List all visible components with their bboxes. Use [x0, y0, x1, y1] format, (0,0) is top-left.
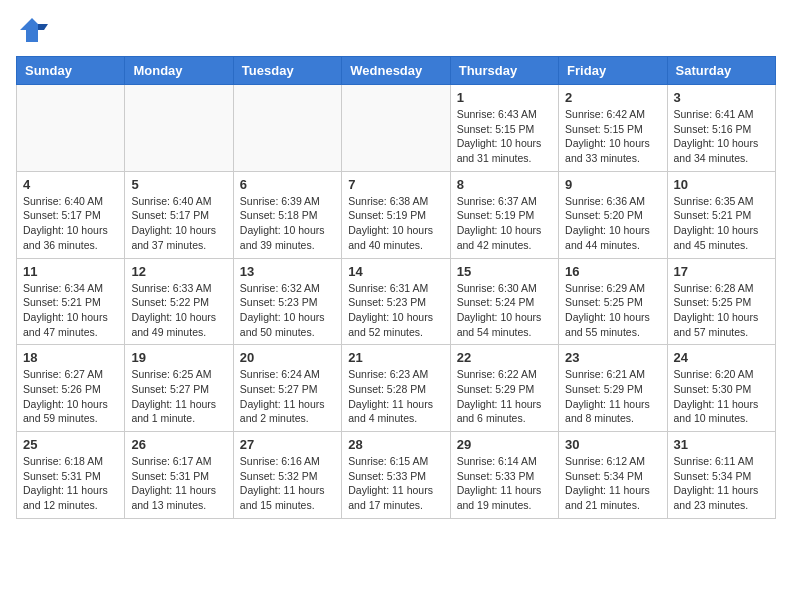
day-number: 23 [565, 350, 660, 365]
day-info: Sunrise: 6:34 AM Sunset: 5:21 PM Dayligh… [23, 281, 118, 340]
day-number: 30 [565, 437, 660, 452]
calendar-cell: 7Sunrise: 6:38 AM Sunset: 5:19 PM Daylig… [342, 171, 450, 258]
col-header-saturday: Saturday [667, 57, 775, 85]
day-number: 21 [348, 350, 443, 365]
day-number: 24 [674, 350, 769, 365]
calendar-cell [342, 85, 450, 172]
day-number: 11 [23, 264, 118, 279]
calendar-cell: 26Sunrise: 6:17 AM Sunset: 5:31 PM Dayli… [125, 432, 233, 519]
day-info: Sunrise: 6:43 AM Sunset: 5:15 PM Dayligh… [457, 107, 552, 166]
day-info: Sunrise: 6:18 AM Sunset: 5:31 PM Dayligh… [23, 454, 118, 513]
calendar-cell [233, 85, 341, 172]
day-number: 31 [674, 437, 769, 452]
day-number: 20 [240, 350, 335, 365]
calendar-cell: 2Sunrise: 6:42 AM Sunset: 5:15 PM Daylig… [559, 85, 667, 172]
calendar-cell: 8Sunrise: 6:37 AM Sunset: 5:19 PM Daylig… [450, 171, 558, 258]
calendar-cell: 18Sunrise: 6:27 AM Sunset: 5:26 PM Dayli… [17, 345, 125, 432]
col-header-wednesday: Wednesday [342, 57, 450, 85]
day-number: 25 [23, 437, 118, 452]
calendar-cell: 19Sunrise: 6:25 AM Sunset: 5:27 PM Dayli… [125, 345, 233, 432]
day-info: Sunrise: 6:42 AM Sunset: 5:15 PM Dayligh… [565, 107, 660, 166]
day-number: 13 [240, 264, 335, 279]
svg-marker-1 [38, 24, 48, 30]
day-number: 7 [348, 177, 443, 192]
day-info: Sunrise: 6:39 AM Sunset: 5:18 PM Dayligh… [240, 194, 335, 253]
day-number: 26 [131, 437, 226, 452]
day-number: 14 [348, 264, 443, 279]
calendar-cell: 24Sunrise: 6:20 AM Sunset: 5:30 PM Dayli… [667, 345, 775, 432]
day-info: Sunrise: 6:15 AM Sunset: 5:33 PM Dayligh… [348, 454, 443, 513]
calendar-week-row: 1Sunrise: 6:43 AM Sunset: 5:15 PM Daylig… [17, 85, 776, 172]
day-info: Sunrise: 6:35 AM Sunset: 5:21 PM Dayligh… [674, 194, 769, 253]
day-info: Sunrise: 6:21 AM Sunset: 5:29 PM Dayligh… [565, 367, 660, 426]
day-number: 16 [565, 264, 660, 279]
day-info: Sunrise: 6:31 AM Sunset: 5:23 PM Dayligh… [348, 281, 443, 340]
calendar-cell: 28Sunrise: 6:15 AM Sunset: 5:33 PM Dayli… [342, 432, 450, 519]
calendar-table: SundayMondayTuesdayWednesdayThursdayFrid… [16, 56, 776, 519]
calendar-cell: 1Sunrise: 6:43 AM Sunset: 5:15 PM Daylig… [450, 85, 558, 172]
day-info: Sunrise: 6:41 AM Sunset: 5:16 PM Dayligh… [674, 107, 769, 166]
calendar-week-row: 11Sunrise: 6:34 AM Sunset: 5:21 PM Dayli… [17, 258, 776, 345]
calendar-cell: 10Sunrise: 6:35 AM Sunset: 5:21 PM Dayli… [667, 171, 775, 258]
calendar-cell: 29Sunrise: 6:14 AM Sunset: 5:33 PM Dayli… [450, 432, 558, 519]
day-info: Sunrise: 6:12 AM Sunset: 5:34 PM Dayligh… [565, 454, 660, 513]
calendar-cell: 13Sunrise: 6:32 AM Sunset: 5:23 PM Dayli… [233, 258, 341, 345]
col-header-sunday: Sunday [17, 57, 125, 85]
day-number: 5 [131, 177, 226, 192]
calendar-cell: 16Sunrise: 6:29 AM Sunset: 5:25 PM Dayli… [559, 258, 667, 345]
day-info: Sunrise: 6:37 AM Sunset: 5:19 PM Dayligh… [457, 194, 552, 253]
day-info: Sunrise: 6:17 AM Sunset: 5:31 PM Dayligh… [131, 454, 226, 513]
calendar-cell: 4Sunrise: 6:40 AM Sunset: 5:17 PM Daylig… [17, 171, 125, 258]
day-number: 15 [457, 264, 552, 279]
calendar-cell: 9Sunrise: 6:36 AM Sunset: 5:20 PM Daylig… [559, 171, 667, 258]
day-number: 3 [674, 90, 769, 105]
calendar-cell: 15Sunrise: 6:30 AM Sunset: 5:24 PM Dayli… [450, 258, 558, 345]
calendar-cell [125, 85, 233, 172]
calendar-cell: 25Sunrise: 6:18 AM Sunset: 5:31 PM Dayli… [17, 432, 125, 519]
day-number: 6 [240, 177, 335, 192]
day-number: 2 [565, 90, 660, 105]
calendar-cell: 30Sunrise: 6:12 AM Sunset: 5:34 PM Dayli… [559, 432, 667, 519]
col-header-thursday: Thursday [450, 57, 558, 85]
calendar-cell: 23Sunrise: 6:21 AM Sunset: 5:29 PM Dayli… [559, 345, 667, 432]
calendar-week-row: 4Sunrise: 6:40 AM Sunset: 5:17 PM Daylig… [17, 171, 776, 258]
logo-icon [16, 16, 48, 44]
calendar-cell: 17Sunrise: 6:28 AM Sunset: 5:25 PM Dayli… [667, 258, 775, 345]
day-number: 17 [674, 264, 769, 279]
calendar-cell: 6Sunrise: 6:39 AM Sunset: 5:18 PM Daylig… [233, 171, 341, 258]
calendar-cell: 22Sunrise: 6:22 AM Sunset: 5:29 PM Dayli… [450, 345, 558, 432]
day-info: Sunrise: 6:33 AM Sunset: 5:22 PM Dayligh… [131, 281, 226, 340]
day-info: Sunrise: 6:40 AM Sunset: 5:17 PM Dayligh… [131, 194, 226, 253]
calendar-cell: 21Sunrise: 6:23 AM Sunset: 5:28 PM Dayli… [342, 345, 450, 432]
day-info: Sunrise: 6:40 AM Sunset: 5:17 PM Dayligh… [23, 194, 118, 253]
day-number: 19 [131, 350, 226, 365]
col-header-monday: Monday [125, 57, 233, 85]
day-info: Sunrise: 6:36 AM Sunset: 5:20 PM Dayligh… [565, 194, 660, 253]
day-number: 8 [457, 177, 552, 192]
col-header-friday: Friday [559, 57, 667, 85]
calendar-header-row: SundayMondayTuesdayWednesdayThursdayFrid… [17, 57, 776, 85]
day-number: 22 [457, 350, 552, 365]
calendar-cell [17, 85, 125, 172]
calendar-cell: 12Sunrise: 6:33 AM Sunset: 5:22 PM Dayli… [125, 258, 233, 345]
day-info: Sunrise: 6:24 AM Sunset: 5:27 PM Dayligh… [240, 367, 335, 426]
day-info: Sunrise: 6:20 AM Sunset: 5:30 PM Dayligh… [674, 367, 769, 426]
page-header [16, 16, 776, 44]
calendar-week-row: 18Sunrise: 6:27 AM Sunset: 5:26 PM Dayli… [17, 345, 776, 432]
logo [16, 16, 52, 44]
day-info: Sunrise: 6:29 AM Sunset: 5:25 PM Dayligh… [565, 281, 660, 340]
day-info: Sunrise: 6:30 AM Sunset: 5:24 PM Dayligh… [457, 281, 552, 340]
day-info: Sunrise: 6:23 AM Sunset: 5:28 PM Dayligh… [348, 367, 443, 426]
day-number: 28 [348, 437, 443, 452]
day-info: Sunrise: 6:38 AM Sunset: 5:19 PM Dayligh… [348, 194, 443, 253]
day-number: 12 [131, 264, 226, 279]
calendar-week-row: 25Sunrise: 6:18 AM Sunset: 5:31 PM Dayli… [17, 432, 776, 519]
calendar-cell: 5Sunrise: 6:40 AM Sunset: 5:17 PM Daylig… [125, 171, 233, 258]
day-number: 10 [674, 177, 769, 192]
day-info: Sunrise: 6:25 AM Sunset: 5:27 PM Dayligh… [131, 367, 226, 426]
day-info: Sunrise: 6:14 AM Sunset: 5:33 PM Dayligh… [457, 454, 552, 513]
calendar-cell: 3Sunrise: 6:41 AM Sunset: 5:16 PM Daylig… [667, 85, 775, 172]
calendar-cell: 11Sunrise: 6:34 AM Sunset: 5:21 PM Dayli… [17, 258, 125, 345]
calendar-cell: 31Sunrise: 6:11 AM Sunset: 5:34 PM Dayli… [667, 432, 775, 519]
day-number: 4 [23, 177, 118, 192]
